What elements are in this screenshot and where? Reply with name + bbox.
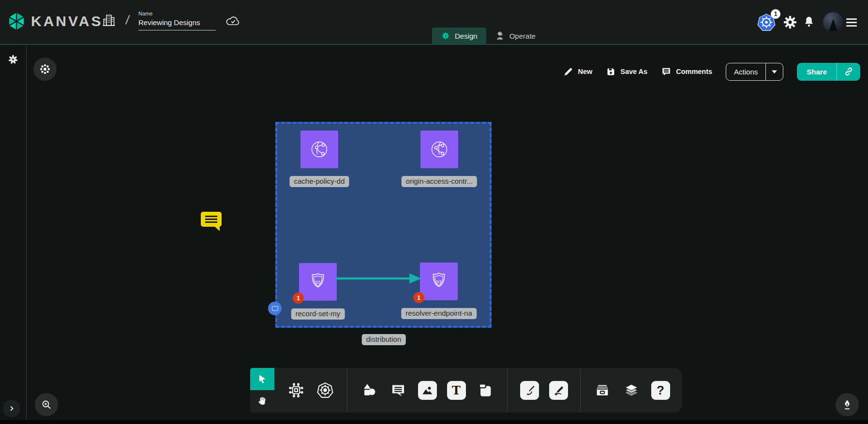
pen-nib-icon <box>841 398 853 411</box>
cursor-icon <box>256 373 268 385</box>
select-cursor-tool[interactable] <box>250 368 274 390</box>
node-origin-access-control[interactable] <box>420 131 458 168</box>
note-tool[interactable] <box>474 379 496 401</box>
text-tool-glyph: T <box>452 383 461 397</box>
pan-hand-tool[interactable] <box>250 390 274 412</box>
pointer-tool-column <box>250 368 274 412</box>
top-bar: KANVAS / Name <box>0 0 868 45</box>
comments-icon <box>661 66 672 77</box>
hand-icon <box>256 395 268 407</box>
kubernetes-context-button[interactable]: 1 <box>757 13 776 34</box>
menu-hamburger-icon[interactable] <box>846 16 857 29</box>
tab-operate[interactable]: Operate <box>486 28 544 44</box>
cloudfront-globe-icon <box>307 137 332 162</box>
kubernetes-count-badge: 1 <box>771 9 780 19</box>
breadcrumb-separator: / <box>125 13 131 28</box>
pen-arrow-icon <box>523 384 536 397</box>
edge-record-set-to-resolver[interactable] <box>335 271 423 286</box>
organization-icon[interactable] <box>102 13 116 30</box>
meshery-spiral-icon[interactable] <box>6 53 20 68</box>
pen-squiggle-icon <box>552 384 565 397</box>
svg-text:53: 53 <box>315 280 320 285</box>
design-spiral-icon <box>441 31 450 41</box>
save-floppy-icon <box>606 67 616 77</box>
magnifier-plus-icon <box>41 399 52 410</box>
kubernetes-wheel-tool[interactable] <box>314 379 336 401</box>
image-tool[interactable] <box>416 379 438 401</box>
bottom-toolbar: T <box>250 368 682 412</box>
comment-tool[interactable] <box>387 379 409 401</box>
edge-pen-tool[interactable] <box>518 379 540 401</box>
node-label-cache-policy: cache-policy-dd <box>289 176 349 187</box>
toolbar-section-annotate: T <box>347 368 507 412</box>
group-label-distribution: distribution <box>362 334 406 345</box>
pen-mode-button[interactable] <box>836 393 859 416</box>
tab-operate-label: Operate <box>509 32 536 40</box>
cloudfront-globe-icon <box>427 137 452 162</box>
zoom-in-button[interactable] <box>35 393 58 416</box>
node-label-record-set: record-set-my <box>291 308 345 320</box>
kanvas-app: KANVAS / Name <box>0 0 868 424</box>
share-label: Share <box>797 63 837 81</box>
toolbar-section-manage: ? <box>580 368 682 412</box>
tab-design-label: Design <box>455 32 478 40</box>
error-badge[interactable]: 1 <box>293 292 304 304</box>
tab-design[interactable]: Design <box>432 28 486 44</box>
bottom-edge <box>0 420 868 424</box>
name-field-label: Name <box>138 11 216 16</box>
archive-drawer-tool[interactable] <box>591 379 614 401</box>
comments-button[interactable]: Comments <box>661 66 712 77</box>
new-label: New <box>578 68 592 75</box>
text-tool[interactable]: T <box>445 379 467 401</box>
help-tool[interactable]: ? <box>649 379 672 401</box>
layers-tool[interactable] <box>620 379 643 401</box>
image-icon <box>421 384 434 397</box>
save-as-label: Save As <box>620 68 647 75</box>
brand-name: KANVAS <box>31 13 103 29</box>
new-button[interactable]: New <box>563 67 592 77</box>
node-label-origin-access: origin-access-contr... <box>402 176 477 187</box>
save-as-button[interactable]: Save As <box>606 67 647 77</box>
cloud-saved-icon <box>225 15 241 29</box>
chevron-down-icon[interactable] <box>765 63 783 80</box>
left-rail <box>0 45 27 424</box>
freehand-pen-tool[interactable] <box>547 379 569 401</box>
actions-label: Actions <box>726 63 765 80</box>
group-resize-handle[interactable] <box>268 302 282 315</box>
expand-sidebar-button[interactable] <box>3 400 20 417</box>
bottom-toolbar-main: T <box>274 368 682 412</box>
flower-dots-icon <box>39 63 51 75</box>
help-tool-glyph: ? <box>657 383 664 398</box>
canvas-comment-marker[interactable] <box>201 212 222 227</box>
node-cache-policy[interactable] <box>300 131 338 168</box>
route53-shield-icon: 53 <box>427 269 451 293</box>
error-badge[interactable]: 1 <box>413 292 424 303</box>
design-name-input[interactable] <box>138 17 216 30</box>
toolbar-section-infra <box>274 368 347 412</box>
node-label-resolver-endpoint: resolver-endpoint-na <box>401 308 477 319</box>
node-resolver-endpoint[interactable]: 53 <box>420 263 458 300</box>
svg-text:53: 53 <box>436 279 441 284</box>
comments-label: Comments <box>676 68 712 75</box>
kanvas-hexagon-icon <box>7 12 26 31</box>
settings-gear-icon[interactable] <box>782 15 798 32</box>
dock-flower-button[interactable] <box>33 58 57 81</box>
pencil-icon <box>563 67 573 77</box>
design-name-field: Name <box>138 11 216 30</box>
share-button[interactable]: Share <box>797 63 860 81</box>
handle-square-icon <box>272 306 278 311</box>
chevron-right-icon <box>8 405 15 412</box>
actions-dropdown-button[interactable]: Actions <box>726 63 783 81</box>
shapes-tool[interactable] <box>358 379 380 401</box>
header-right-cluster: 1 <box>757 0 868 45</box>
notifications-bell-icon[interactable] <box>803 15 815 31</box>
design-canvas[interactable]: New Save As Comments Actions <box>0 45 868 424</box>
route53-shield-icon: 53 <box>306 270 330 294</box>
operate-person-icon <box>495 31 505 41</box>
copy-link-icon[interactable] <box>837 63 860 81</box>
components-chip-tool[interactable] <box>285 379 307 401</box>
node-record-set[interactable]: 53 <box>299 263 337 301</box>
mode-tabs: Design Operate <box>432 28 544 44</box>
user-avatar[interactable] <box>823 12 843 32</box>
kanvas-logo[interactable]: KANVAS <box>7 12 103 31</box>
